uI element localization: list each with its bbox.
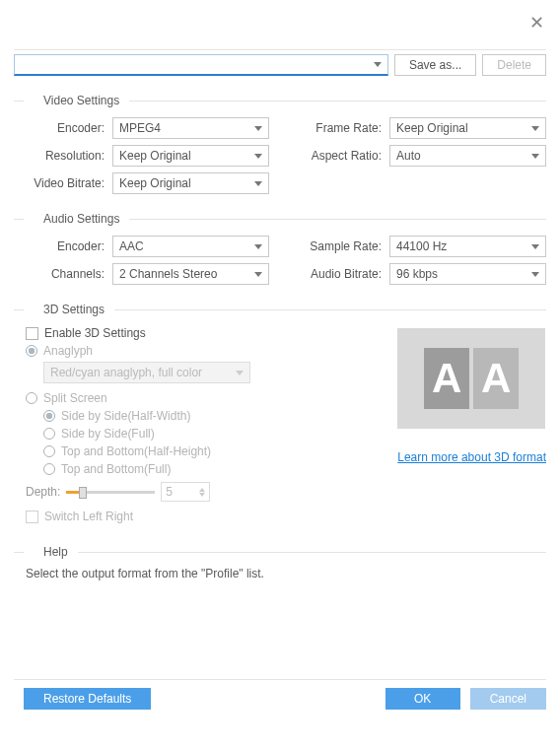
depth-value: 5 [166, 485, 173, 499]
channels-label: Channels: [14, 267, 112, 281]
framerate-value: Keep Original [396, 121, 468, 135]
chevron-down-icon [254, 126, 262, 131]
resolution-value: Keep Original [119, 149, 191, 163]
audio-encoder-value: AAC [119, 239, 144, 253]
audio-encoder-select[interactable]: AAC [112, 236, 269, 257]
radio-icon [43, 428, 55, 440]
audio-encoder-label: Encoder: [14, 239, 112, 253]
3d-settings-title: 3D Settings [24, 303, 114, 316]
samplerate-select[interactable]: 44100 Hz [389, 236, 546, 257]
chevron-down-icon [254, 181, 262, 186]
close-icon[interactable]: ✕ [529, 12, 544, 34]
chevron-down-icon [531, 244, 539, 249]
radio-icon [43, 463, 55, 475]
delete-button: Delete [482, 54, 546, 76]
switch-lr-label: Switch Left Right [44, 510, 133, 523]
framerate-select[interactable]: Keep Original [389, 117, 546, 139]
tb-half-label: Top and Bottom(Half-Height) [61, 444, 211, 458]
chevron-down-icon [531, 272, 539, 277]
chevron-down-icon [236, 371, 244, 375]
tb-full-label: Top and Bottom(Full) [61, 462, 171, 476]
chevron-down-icon [254, 244, 262, 249]
resolution-label: Resolution: [14, 149, 112, 163]
preview-letter-left: A [424, 348, 469, 409]
video-settings-title: Video Settings [24, 94, 129, 107]
sbs-full-label: Side by Side(Full) [61, 427, 155, 441]
save-as-button[interactable]: Save as... [394, 54, 476, 76]
video-bitrate-label: Video Bitrate: [14, 176, 112, 190]
chevron-down-icon [531, 154, 539, 159]
anaglyph-value: Red/cyan anaglyph, full color [50, 366, 202, 379]
enable-3d-label: Enable 3D Settings [44, 326, 146, 340]
enable-3d-checkbox[interactable]: Enable 3D Settings [26, 326, 378, 340]
cancel-button[interactable]: Cancel [470, 688, 546, 710]
split-screen-radio: Split Screen [26, 391, 378, 405]
resolution-select[interactable]: Keep Original [112, 145, 269, 167]
depth-slider [66, 491, 155, 494]
audio-bitrate-value: 96 kbps [396, 267, 438, 281]
3d-preview: A A [397, 328, 545, 429]
radio-icon [43, 410, 55, 422]
channels-select[interactable]: 2 Channels Stereo [112, 263, 269, 285]
audio-bitrate-label: Audio Bitrate: [291, 267, 389, 281]
channels-value: 2 Channels Stereo [119, 267, 217, 281]
depth-label: Depth: [26, 485, 60, 499]
ok-button[interactable]: OK [385, 688, 460, 710]
aspect-value: Auto [396, 149, 421, 163]
chevron-down-icon [374, 62, 382, 67]
anaglyph-radio: Anaglyph [26, 344, 378, 358]
video-bitrate-select[interactable]: Keep Original [112, 172, 269, 194]
video-encoder-value: MPEG4 [119, 121, 161, 135]
preview-letter-right: A [473, 348, 519, 409]
help-text: Select the output format from the "Profi… [14, 559, 546, 580]
switch-lr-checkbox: Switch Left Right [26, 510, 378, 523]
video-bitrate-value: Keep Original [119, 176, 191, 190]
radio-icon [26, 345, 37, 357]
video-encoder-label: Encoder: [14, 121, 112, 135]
tb-full-radio: Top and Bottom(Full) [26, 462, 378, 476]
chevron-down-icon [254, 154, 262, 159]
depth-spinner: 5 [161, 482, 210, 502]
chevron-down-icon [254, 272, 262, 277]
help-title: Help [24, 545, 78, 559]
split-label: Split Screen [43, 391, 107, 405]
aspect-select[interactable]: Auto [389, 145, 546, 167]
audio-settings-title: Audio Settings [24, 212, 129, 226]
tb-half-radio: Top and Bottom(Half-Height) [26, 444, 378, 458]
sbs-half-label: Side by Side(Half-Width) [61, 409, 190, 423]
anaglyph-label: Anaglyph [43, 344, 93, 358]
radio-icon [26, 392, 37, 404]
video-encoder-select[interactable]: MPEG4 [112, 117, 269, 139]
radio-icon [43, 445, 55, 457]
chevron-down-icon [531, 126, 539, 131]
samplerate-value: 44100 Hz [396, 239, 447, 253]
audio-bitrate-select[interactable]: 96 kbps [389, 263, 546, 285]
sbs-half-radio: Side by Side(Half-Width) [26, 409, 378, 423]
checkbox-icon [26, 511, 38, 523]
anaglyph-select: Red/cyan anaglyph, full color [43, 362, 250, 383]
restore-defaults-button[interactable]: Restore Defaults [24, 688, 151, 710]
framerate-label: Frame Rate: [291, 121, 389, 135]
sbs-full-radio: Side by Side(Full) [26, 427, 378, 441]
aspect-label: Aspect Ratio: [291, 149, 389, 163]
checkbox-icon [26, 327, 38, 340]
learn-more-link[interactable]: Learn more about 3D format [397, 450, 546, 464]
samplerate-label: Sample Rate: [291, 239, 389, 253]
profile-select[interactable] [14, 54, 388, 76]
